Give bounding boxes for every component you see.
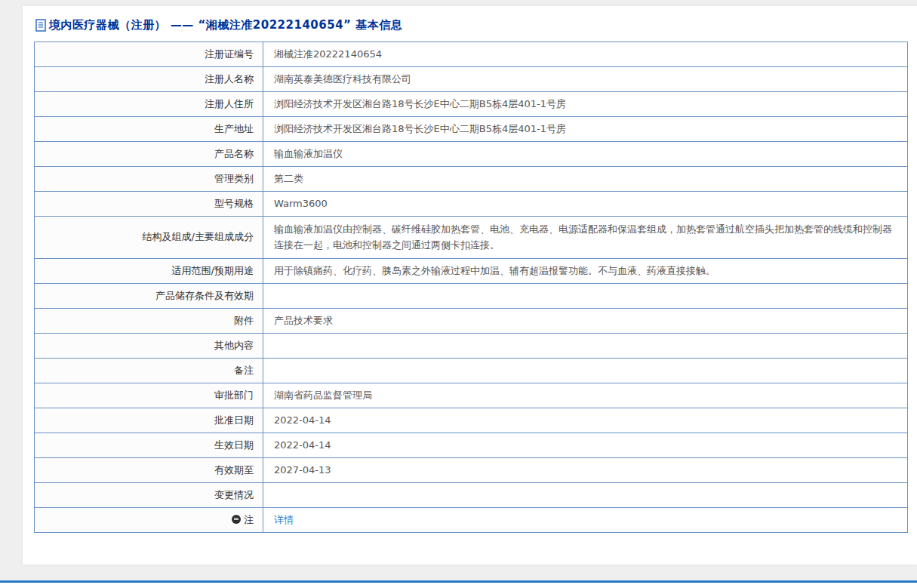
row-value: 2022-04-14 — [263, 408, 908, 433]
page-title: 境内医疗器械（注册） —— “湘械注准20222140654” 基本信息 — [49, 18, 402, 32]
row-label: 变更情况 — [35, 483, 263, 508]
table-row: 产品储存条件及有效期 — [35, 284, 908, 309]
row-label: 有效期至 — [35, 458, 263, 483]
row-value: 第二类 — [263, 167, 908, 192]
row-label: 管理类别 — [35, 167, 263, 192]
row-label: 生效日期 — [35, 433, 263, 458]
row-label: 注册人名称 — [35, 67, 263, 92]
row-value — [263, 334, 908, 359]
row-label: 批准日期 — [35, 408, 263, 433]
row-value: 浏阳经济技术开发区湘台路18号长沙E中心二期B5栋4层401-1号房 — [263, 117, 908, 142]
row-label: 结构及组成/主要组成成分 — [35, 217, 263, 259]
row-value — [263, 483, 908, 508]
table-row: 注册证编号湘械注准20222140654 — [35, 42, 908, 67]
row-value: Warm3600 — [263, 192, 908, 217]
row-value: 2022-04-14 — [263, 433, 908, 458]
row-label: 产品名称 — [35, 142, 263, 167]
row-value: 2027-04-13 — [263, 458, 908, 483]
table-row: 结构及组成/主要组成成分输血输液加温仪由控制器、碳纤维硅胶加热套管、电池、充电器… — [35, 217, 908, 259]
info-table: 注册证编号湘械注准20222140654注册人名称湖南英泰美德医疗科技有限公司注… — [34, 42, 908, 533]
row-label: 生产地址 — [35, 117, 263, 142]
card-header: 境内医疗器械（注册） —— “湘械注准20222140654” 基本信息 — [34, 17, 908, 42]
document-icon — [35, 19, 46, 32]
row-value: 产品技术要求 — [263, 309, 908, 334]
table-row: 注详情 — [35, 508, 908, 533]
table-row: 适用范围/预期用途用于除镇痛药、化疗药、胰岛素之外输液过程中加温、辅有超温报警功… — [35, 259, 908, 284]
detail-link[interactable]: 详情 — [274, 514, 294, 525]
table-row: 管理类别第二类 — [35, 167, 908, 192]
row-value: 输血输液加温仪由控制器、碳纤维硅胶加热套管、电池、充电器、电源适配器和保温套组成… — [263, 217, 908, 259]
row-label: 其他内容 — [35, 334, 263, 359]
note-icon — [232, 515, 241, 524]
row-value: 用于除镇痛药、化疗药、胰岛素之外输液过程中加温、辅有超温报警功能。不与血液、药液… — [263, 259, 908, 284]
table-row: 注册人住所浏阳经济技术开发区湘台路18号长沙E中心二期B5栋4层401-1号房 — [35, 92, 908, 117]
row-value — [263, 284, 908, 309]
row-label: 注册证编号 — [35, 42, 263, 67]
footer-white-strip — [0, 583, 917, 588]
table-row: 变更情况 — [35, 483, 908, 508]
row-label: 附件 — [35, 309, 263, 334]
row-value: 详情 — [263, 508, 908, 533]
row-label: 产品储存条件及有效期 — [35, 284, 263, 309]
row-label: 审批部门 — [35, 383, 263, 408]
table-row: 备注 — [35, 359, 908, 383]
row-value: 浏阳经济技术开发区湘台路18号长沙E中心二期B5栋4层401-1号房 — [263, 92, 908, 117]
row-label: 备注 — [35, 359, 263, 383]
table-row: 有效期至2027-04-13 — [35, 458, 908, 483]
table-row: 其他内容 — [35, 334, 908, 359]
row-value: 输血输液加温仪 — [263, 142, 908, 167]
row-value: 湖南省药品监督管理局 — [263, 383, 908, 408]
row-value: 湖南英泰美德医疗科技有限公司 — [263, 67, 908, 92]
page: 境内医疗器械（注册） —— “湘械注准20222140654” 基本信息 注册证… — [0, 0, 917, 588]
table-row: 注册人名称湖南英泰美德医疗科技有限公司 — [35, 67, 908, 92]
table-row: 型号规格Warm3600 — [35, 192, 908, 217]
table-row: 生效日期2022-04-14 — [35, 433, 908, 458]
table-row: 产品名称输血输液加温仪 — [35, 142, 908, 167]
row-label: 适用范围/预期用途 — [35, 259, 263, 284]
row-value: 湘械注准20222140654 — [263, 42, 908, 67]
table-row: 审批部门湖南省药品监督管理局 — [35, 383, 908, 408]
record-card: 境内医疗器械（注册） —— “湘械注准20222140654” 基本信息 注册证… — [23, 6, 917, 565]
table-row: 附件产品技术要求 — [35, 309, 908, 334]
table-row: 批准日期2022-04-14 — [35, 408, 908, 433]
table-row: 生产地址浏阳经济技术开发区湘台路18号长沙E中心二期B5栋4层401-1号房 — [35, 117, 908, 142]
info-table-body: 注册证编号湘械注准20222140654注册人名称湖南英泰美德医疗科技有限公司注… — [35, 42, 908, 533]
row-label: 注册人住所 — [35, 92, 263, 117]
row-label: 注 — [35, 508, 263, 533]
row-value — [263, 359, 908, 383]
row-label: 型号规格 — [35, 192, 263, 217]
